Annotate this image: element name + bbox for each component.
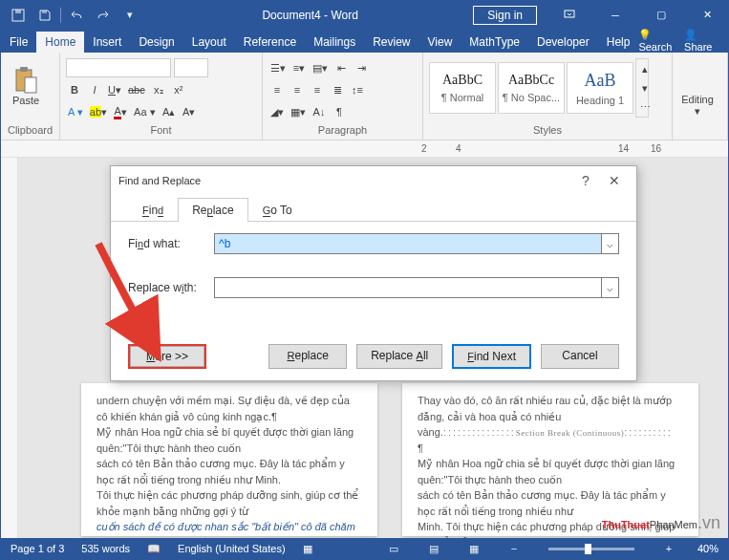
highlight-button[interactable]: ab ▾ <box>88 102 109 121</box>
numbering-button[interactable]: ≡▾ <box>290 58 308 77</box>
page-number[interactable]: Page 1 of 3 <box>11 543 64 554</box>
style-normal[interactable]: AaBbC¶ Normal <box>429 62 496 114</box>
decrease-indent-button[interactable]: ⇤ <box>332 58 350 77</box>
text-effects-button[interactable]: A ▾ <box>66 102 85 121</box>
tab-insert[interactable]: Insert <box>84 32 130 53</box>
replace-all-button[interactable]: Replace All <box>356 344 442 369</box>
align-center-button[interactable]: ≡ <box>289 80 306 99</box>
print-layout-icon[interactable]: ▤ <box>422 543 445 555</box>
sign-in-button[interactable]: Sign in <box>473 6 537 25</box>
editing-button[interactable]: Editing▾ <box>678 54 717 118</box>
multilevel-button[interactable]: ▤▾ <box>311 58 330 77</box>
styles-up-icon[interactable]: ▴ <box>636 59 654 78</box>
tab-view[interactable]: View <box>419 32 461 53</box>
tab-file[interactable]: File <box>1 32 36 53</box>
underline-button[interactable]: U ▾ <box>106 80 123 99</box>
bullets-button[interactable]: ☰▾ <box>268 58 288 77</box>
tab-home[interactable]: Home <box>36 32 84 53</box>
find-what-dropdown-icon[interactable]: ⌵ <box>602 233 619 254</box>
search-button[interactable]: 💡 Search <box>638 29 673 53</box>
document-page[interactable]: undern chuyện với mềm mại. Sự điệu đà, v… <box>81 383 377 536</box>
style-heading1[interactable]: AaBHeading 1 <box>567 62 633 114</box>
zoom-out-icon[interactable]: − <box>503 543 525 554</box>
font-size-dropdown[interactable] <box>174 58 208 77</box>
tab-developer[interactable]: Developer <box>528 32 598 53</box>
superscript-button[interactable]: x² <box>170 80 187 99</box>
more-button[interactable]: More >> <box>128 344 206 369</box>
styles-down-icon[interactable]: ▾ <box>636 78 654 97</box>
find-what-label: Find what: <box>128 237 214 250</box>
group-paragraph: Paragraph <box>268 124 417 138</box>
language[interactable]: English (United States) <box>178 543 286 554</box>
maximize-icon[interactable]: ▢ <box>640 1 682 29</box>
save-icon[interactable] <box>33 5 56 26</box>
svg-rect-5 <box>20 67 28 72</box>
ribbon-options-icon[interactable] <box>548 1 590 29</box>
vertical-ruler[interactable] <box>1 158 18 538</box>
sort-button[interactable]: A↓ <box>311 102 328 121</box>
horizontal-ruler[interactable]: 2 4 14 16 <box>1 140 728 158</box>
tab-design[interactable]: Design <box>130 32 182 53</box>
align-left-button[interactable]: ≡ <box>268 80 286 99</box>
close-icon[interactable]: ✕ <box>686 1 728 29</box>
font-family-dropdown[interactable] <box>66 58 171 77</box>
replace-with-label: Replace with: <box>128 281 214 294</box>
ribbon-tabs: File Home Insert Design Layout Reference… <box>1 29 728 53</box>
svg-rect-3 <box>565 11 574 17</box>
cancel-button[interactable]: Cancel <box>541 344 619 369</box>
replace-with-dropdown-icon[interactable]: ⌵ <box>602 277 619 298</box>
autosave-icon[interactable] <box>7 5 30 26</box>
dialog-close-icon[interactable]: ✕ <box>600 173 629 188</box>
bold-button[interactable]: B <box>66 80 83 99</box>
styles-more-icon[interactable]: ⋯ <box>636 97 654 117</box>
undo-icon[interactable] <box>65 5 88 26</box>
shading-button[interactable]: ◢▾ <box>268 102 286 121</box>
replace-button[interactable]: Replace <box>268 344 347 369</box>
tab-review[interactable]: Review <box>364 32 418 53</box>
zoom-in-icon[interactable]: + <box>657 543 680 554</box>
dialog-tab-replace[interactable]: Replace <box>178 198 247 222</box>
find-next-button[interactable]: Find Next <box>452 344 531 369</box>
find-replace-dialog: Find and Replace ? ✕ Find Replace Go To … <box>110 165 637 381</box>
font-color-button[interactable]: A ▾ <box>112 102 129 121</box>
share-button[interactable]: 👤 Share <box>684 29 715 53</box>
dialog-help-icon[interactable]: ? <box>571 173 600 188</box>
read-mode-icon[interactable]: ▭ <box>382 543 405 555</box>
increase-indent-button[interactable]: ⇥ <box>353 58 370 77</box>
word-count[interactable]: 535 words <box>81 543 130 554</box>
redo-icon[interactable] <box>92 5 115 26</box>
tab-help[interactable]: Help <box>598 32 639 53</box>
style-nospacing[interactable]: AaBbCc¶ No Spac... <box>498 62 565 114</box>
web-layout-icon[interactable]: ▦ <box>462 543 485 555</box>
quick-access-toolbar: ▾ <box>1 5 147 26</box>
grow-font-button[interactable]: A▴ <box>161 102 178 121</box>
align-right-button[interactable]: ≡ <box>309 80 326 99</box>
italic-button[interactable]: I <box>86 80 103 99</box>
tab-mailings[interactable]: Mailings <box>305 32 364 53</box>
group-styles: Styles <box>429 124 666 138</box>
macro-icon[interactable]: ▦ <box>303 543 312 555</box>
status-bar: Page 1 of 3 535 words 📖 English (United … <box>1 538 728 559</box>
dialog-tab-goto[interactable]: Go To <box>248 198 307 222</box>
qat-customize-icon[interactable]: ▾ <box>118 5 141 26</box>
strikethrough-button[interactable]: abc <box>126 80 147 99</box>
zoom-level[interactable]: 40% <box>697 543 718 554</box>
tab-mathtype[interactable]: MathType <box>461 32 528 53</box>
paste-button[interactable]: Paste <box>7 54 45 118</box>
zoom-slider[interactable] <box>548 548 634 550</box>
borders-button[interactable]: ▦▾ <box>289 102 308 121</box>
dialog-tab-find[interactable]: Find <box>128 198 178 222</box>
show-marks-button[interactable]: ¶ <box>331 102 348 121</box>
shrink-font-button[interactable]: A▾ <box>181 102 198 121</box>
subscript-button[interactable]: x₂ <box>150 80 167 99</box>
find-what-input[interactable] <box>214 233 602 254</box>
change-case-button[interactable]: Aa ▾ <box>132 102 158 121</box>
tab-layout[interactable]: Layout <box>183 32 235 53</box>
replace-with-input[interactable] <box>214 277 602 298</box>
spell-check-icon[interactable]: 📖 <box>147 543 161 555</box>
window-title: Document4 - Word <box>147 9 473 22</box>
justify-button[interactable]: ≣ <box>329 80 346 99</box>
tab-reference[interactable]: Reference <box>235 32 305 53</box>
minimize-icon[interactable]: ─ <box>594 1 636 29</box>
line-spacing-button[interactable]: ↕≡ <box>349 80 366 99</box>
